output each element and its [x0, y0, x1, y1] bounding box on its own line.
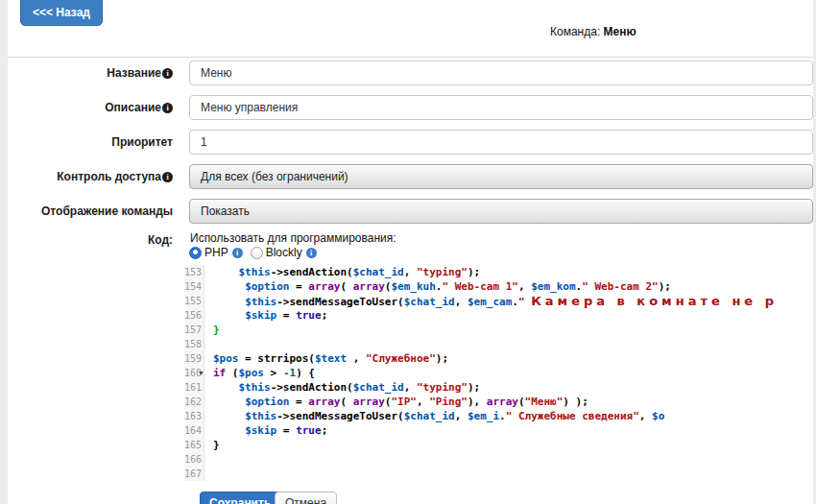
code-text: $option = array( array($em_kuh." Web-cam… [205, 279, 813, 294]
line-number: 154 [184, 279, 204, 294]
field-row-access: Контроль доступаi Для всех (без ограниче… [8, 164, 813, 189]
display-label: Отображение команды [8, 199, 173, 224]
code-text: $pos = strripos($text , "Служебное"); [205, 351, 813, 366]
language-radio-group: PHP i Blockly i [189, 246, 317, 259]
display-select[interactable]: Показать [189, 199, 813, 224]
php-radio[interactable] [189, 247, 202, 259]
code-text: $this->sendMessageToUser($chat_id, $em_c… [205, 294, 813, 308]
name-info-icon[interactable]: i [162, 68, 173, 79]
page-title-prefix: Команда: [550, 25, 600, 38]
code-line[interactable]: 159$pos = strripos($text , "Служебное"); [184, 351, 813, 366]
blockly-info-icon[interactable]: i [306, 248, 317, 258]
field-row-display: Отображение команды Показать [8, 199, 813, 224]
code-line[interactable]: 156 $skip = true; [184, 308, 813, 323]
field-row-description: Описаниеi [8, 95, 813, 120]
priority-input[interactable] [189, 130, 813, 155]
line-number: 159 [184, 351, 204, 366]
name-label: Названиеi [8, 60, 173, 85]
line-number: 165 [184, 438, 204, 452]
code-line[interactable]: 166 [184, 452, 813, 467]
line-number: 157 [184, 323, 204, 337]
access-label: Контроль доступаi [8, 164, 173, 189]
code-hint: Использовать для программирования: [190, 231, 396, 245]
php-radio-label: PHP [204, 246, 228, 259]
code-line[interactable]: 157} [184, 323, 813, 337]
line-number: 153 [184, 265, 204, 279]
access-info-icon[interactable]: i [162, 172, 173, 182]
code-text: $this->sendAction($chat_id, "typing"); [205, 380, 813, 395]
code-line[interactable]: 160▼if ($pos > -1) { [184, 366, 813, 380]
field-row-name: Названиеi [8, 60, 813, 85]
line-number: 163 [184, 409, 204, 423]
code-line[interactable]: 161 $this->sendAction($chat_id, "typing"… [184, 380, 813, 395]
page-card: <<< Назад Команда: Меню Названиеi Описан… [8, 0, 813, 504]
php-info-icon[interactable]: i [232, 248, 243, 258]
command-name: Меню [604, 25, 636, 38]
code-editor[interactable]: 153 $this->sendAction($chat_id, "typing"… [184, 265, 813, 483]
description-label: Описаниеi [8, 95, 173, 120]
access-select[interactable]: Для всех (без ограничений) [189, 164, 813, 189]
name-input[interactable] [189, 60, 813, 85]
code-line[interactable]: 154 $option = array( array($em_kuh." Web… [184, 279, 813, 294]
code-line[interactable]: 165} [184, 438, 813, 452]
code-text: } [205, 323, 813, 337]
line-number: 162 [184, 395, 204, 409]
code-text: } [205, 438, 813, 452]
description-input[interactable] [189, 95, 813, 120]
code-text: if ($pos > -1) { [205, 366, 813, 380]
divider [8, 57, 813, 58]
code-text: $this->sendMessageToUser($chat_id, $em_i… [205, 409, 813, 423]
code-line[interactable]: 162 $option = array( array("IP", "Ping")… [184, 395, 813, 409]
line-number: 161 [184, 380, 204, 395]
line-number: 158 [184, 337, 204, 351]
page-title: Команда: Меню [550, 25, 636, 38]
priority-label: Приоритет [8, 130, 173, 155]
blockly-radio[interactable] [251, 247, 263, 259]
line-number: 166 [184, 452, 204, 467]
code-text: $skip = true; [205, 423, 813, 438]
code-text: $skip = true; [205, 308, 813, 323]
code-line[interactable]: 167 [184, 467, 813, 481]
code-line[interactable]: 164 $skip = true; [184, 423, 813, 438]
code-label: Код: [8, 233, 173, 247]
line-number: 164 [184, 423, 204, 438]
fold-arrow-icon[interactable]: ▼ [198, 366, 204, 380]
description-info-icon[interactable]: i [162, 103, 173, 113]
save-button[interactable]: Сохранить [200, 492, 280, 504]
back-button[interactable]: <<< Назад [20, 0, 103, 26]
line-number: 167 [184, 467, 204, 481]
code-line[interactable]: 158 [184, 337, 813, 351]
field-row-priority: Приоритет [8, 130, 813, 155]
blockly-radio-label: Blockly [266, 246, 302, 259]
code-text: $this->sendAction($chat_id, "typing"); [205, 265, 813, 279]
cancel-button[interactable]: Отмена [275, 492, 337, 504]
code-line[interactable]: 153 $this->sendAction($chat_id, "typing"… [184, 265, 813, 279]
code-line[interactable]: 155 $this->sendMessageToUser($chat_id, $… [184, 294, 813, 308]
line-number: 155 [184, 294, 204, 308]
code-text: $option = array( array("IP", "Ping"), ar… [205, 395, 813, 409]
line-number: 156 [184, 308, 204, 323]
code-line[interactable]: 163 $this->sendMessageToUser($chat_id, $… [184, 409, 813, 423]
